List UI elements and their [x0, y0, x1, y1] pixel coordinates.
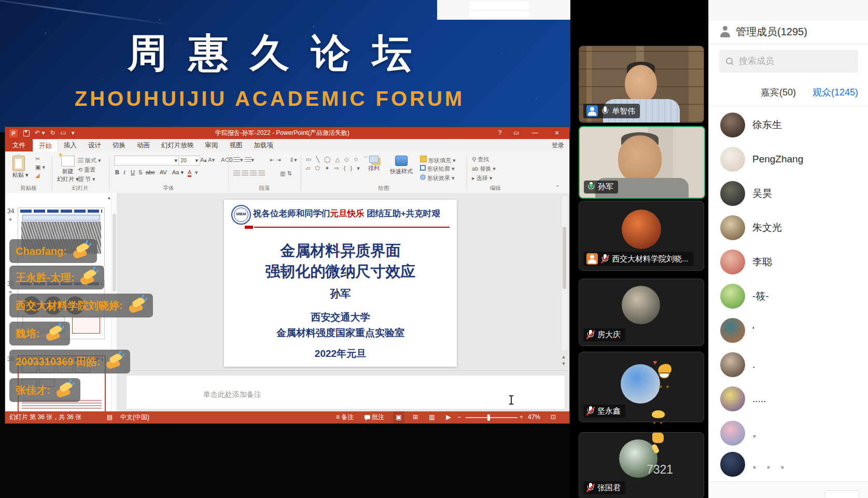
zoom-slider-thumb[interactable]: [487, 414, 490, 421]
video-tile-fang-daqing[interactable]: 房大庆: [579, 279, 704, 346]
bold-button[interactable]: B: [115, 169, 119, 175]
tab-audience-active[interactable]: 观众(1245): [813, 79, 858, 106]
tab-guests[interactable]: 嘉宾(50): [761, 79, 796, 106]
member-row[interactable]: 。: [709, 416, 868, 450]
layout-button[interactable]: ▤ 版式 ▾: [78, 157, 101, 164]
search-input[interactable]: [738, 56, 844, 67]
paste-button[interactable]: 粘贴 ▾: [12, 156, 29, 179]
tab-insert[interactable]: 插入: [58, 139, 82, 151]
language-icon[interactable]: ▤: [107, 411, 113, 423]
shapes-gallery-row1[interactable]: ▭ ╲ ◯ △ ◇ ☆ ⌒: [306, 156, 370, 163]
zoom-slider-track[interactable]: [466, 417, 517, 418]
tab-file[interactable]: 文件: [5, 139, 33, 151]
help-button[interactable]: ?: [493, 127, 507, 139]
member-row[interactable]: 李聪: [709, 245, 868, 279]
notes-input-area[interactable]: 单击此处添加备注: [126, 375, 565, 409]
align-icons[interactable]: [233, 170, 265, 176]
tab-addins[interactable]: 加载项: [248, 139, 279, 151]
arrange-button[interactable]: 排列: [368, 156, 380, 172]
char-spacing-button[interactable]: AV: [160, 169, 167, 175]
shapes-gallery-row2[interactable]: ▱ ⬠ ✦ ⇨ { } ▾: [306, 165, 361, 172]
tab-transitions[interactable]: 切换: [107, 139, 131, 151]
slide-sorter-icon[interactable]: ⊞: [410, 411, 421, 423]
signin-link[interactable]: 登录: [552, 139, 564, 151]
ribbon-options-button[interactable]: ▭: [509, 127, 524, 139]
cut-icon[interactable]: ✂: [35, 156, 40, 162]
tab-slideshow[interactable]: 幻灯片放映: [156, 139, 200, 151]
line-spacing-icon[interactable]: ⇕▾: [289, 157, 297, 163]
title-bar[interactable]: P ↶ ▾ ↻ ▭ ▾ 学院报告-孙军-2022 - PowerPoint(产品…: [5, 127, 569, 139]
undo-icon[interactable]: ↶ ▾: [35, 127, 45, 139]
normal-view-icon[interactable]: ▣: [393, 411, 404, 423]
video-tile-liu-xiaoting[interactable]: 西交大材料学院刘晓...: [579, 201, 704, 271]
section-button[interactable]: ▦ 节 ▾: [78, 175, 95, 183]
slide-scrollbar[interactable]: [561, 195, 568, 352]
comments-toggle[interactable]: 批注: [365, 411, 384, 423]
grow-font-icon[interactable]: A▴ A▾: [200, 157, 215, 163]
underline-button[interactable]: U: [131, 169, 135, 175]
columns-icon[interactable]: ▥ ⇅: [280, 170, 292, 177]
new-slide-button[interactable]: 新建幻灯片 ▾: [57, 156, 79, 183]
member-row[interactable]: ': [709, 313, 868, 348]
footer-button-partial[interactable]: [825, 490, 859, 498]
member-row[interactable]: .: [709, 348, 868, 382]
zoom-in-icon[interactable]: +: [520, 411, 523, 423]
language-label[interactable]: 中文(中国): [120, 411, 149, 423]
find-button[interactable]: ⚲ 查找: [472, 156, 489, 163]
fit-to-window-icon[interactable]: ⊡: [551, 411, 556, 423]
close-button[interactable]: ×: [550, 127, 564, 139]
zoom-out-icon[interactable]: −: [457, 411, 461, 423]
redo-icon[interactable]: ↻: [50, 127, 55, 139]
member-row[interactable]: 朱文光: [709, 211, 868, 245]
video-tile-shan-zhiwei[interactable]: 单智伟: [579, 46, 704, 123]
clear-format-icon[interactable]: A⌫: [221, 157, 233, 163]
tab-review[interactable]: 审阅: [200, 139, 224, 151]
video-tile-sun-jun-speaking[interactable]: 孙军: [579, 126, 705, 199]
current-slide[interactable]: MBM 祝各位老师和同学们元旦快乐 团结互助+共克时艰 金属材料异质界面 强韧化…: [224, 200, 457, 367]
italic-button[interactable]: I: [123, 169, 125, 175]
bullets-icon[interactable]: ▾ ▾: [233, 157, 254, 163]
notes-toggle[interactable]: ≡ 备注: [336, 411, 354, 423]
quick-styles-button[interactable]: 快速样式: [390, 156, 413, 175]
tab-home[interactable]: 开始: [33, 139, 58, 151]
video-tile-zhang-guojun[interactable]: 7321 张国君: [579, 432, 704, 498]
member-row[interactable]: 吴昊: [709, 176, 868, 211]
save-icon[interactable]: [23, 130, 30, 136]
reading-view-icon[interactable]: ▥: [426, 411, 438, 423]
slide-canvas-area[interactable]: MBM 祝各位老师和同学们元旦快乐 团结互助+共克时艰 金属材料异质界面 强韧化…: [117, 193, 569, 370]
tab-view[interactable]: 视图: [224, 139, 248, 151]
minimize-button[interactable]: —: [528, 127, 542, 139]
member-row[interactable]: 徐东生: [709, 108, 868, 142]
select-button[interactable]: ▸ 选择 ▾: [472, 174, 492, 182]
member-search-box[interactable]: [719, 50, 858, 73]
notes-pane[interactable]: 单击此处添加备注: [117, 370, 569, 412]
font-size-select[interactable]: 20 ▾: [178, 156, 200, 165]
slide-scrollbar-thumb[interactable]: [563, 227, 566, 289]
quick-access-more-icon[interactable]: ▾: [72, 127, 75, 139]
slideshow-view-icon[interactable]: ▶: [443, 411, 454, 423]
replace-button[interactable]: ab 替换 ▾: [472, 165, 496, 173]
tab-design[interactable]: 设计: [82, 139, 107, 151]
member-row[interactable]: -筱-: [709, 279, 868, 313]
indent-icons[interactable]: ⇤ ⇥: [270, 157, 281, 163]
member-row[interactable]: .....: [709, 382, 868, 416]
collapse-ribbon-icon[interactable]: ⌃: [555, 184, 560, 191]
tab-animations[interactable]: 动画: [131, 139, 156, 151]
shadow-button[interactable]: S: [138, 169, 142, 175]
thumbnail-scrollbar-thumb[interactable]: [113, 214, 116, 292]
start-presentation-icon[interactable]: ▭: [60, 127, 66, 139]
member-row[interactable]: 。。。: [709, 447, 868, 481]
font-color-more-icon[interactable]: ▾: [195, 169, 198, 176]
shape-outline-button[interactable]: 形状轮廓 ▾: [420, 165, 455, 173]
shape-fill-button[interactable]: 形状填充 ▾: [420, 156, 456, 164]
change-case-button[interactable]: Aa ▾: [172, 169, 184, 176]
member-row[interactable]: PengZhang: [709, 142, 868, 176]
shape-effects-button[interactable]: 形状效果 ▾: [420, 174, 455, 182]
font-color-button[interactable]: A: [188, 169, 191, 177]
zoom-level[interactable]: 47%: [528, 411, 540, 423]
copy-icon[interactable]: ▣ ▾: [35, 164, 45, 171]
prev-next-slide-buttons[interactable]: ▲▼: [559, 354, 568, 367]
reset-button[interactable]: ⟲ 重置: [78, 166, 95, 174]
video-tile-jian-yongxin[interactable]: 坚永鑫: [579, 352, 704, 422]
strikethrough-button[interactable]: abc: [146, 169, 155, 175]
